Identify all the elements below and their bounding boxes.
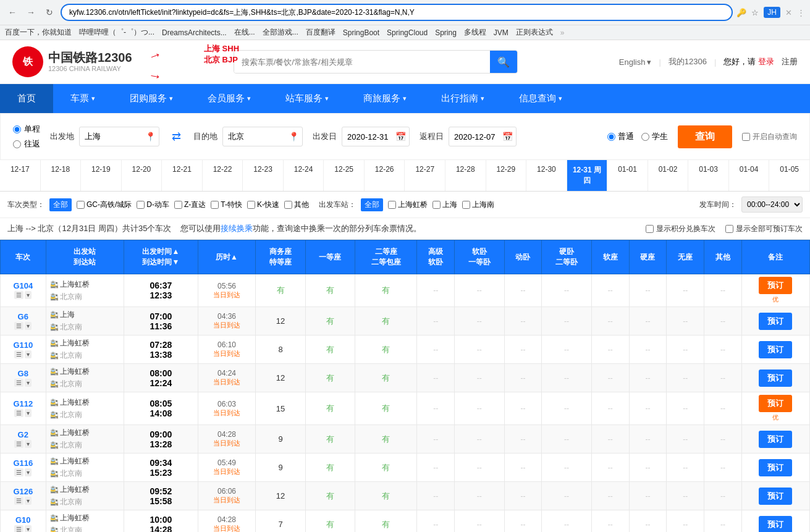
- date-tab[interactable]: 12-22: [203, 160, 243, 191]
- normal-ticket-radio[interactable]: 普通: [607, 131, 634, 142]
- nav-back-button[interactable]: ←: [5, 5, 20, 20]
- train-toggle-icon[interactable]: ▾: [25, 409, 32, 417]
- bookmark-item[interactable]: 多线程: [464, 27, 486, 38]
- date-tab[interactable]: 12-29: [486, 160, 527, 191]
- train-detail-icon[interactable]: ☰: [14, 350, 23, 358]
- login-link[interactable]: 登录: [758, 57, 774, 66]
- date-tab[interactable]: 12-30: [526, 160, 567, 191]
- t-type-filter[interactable]: T-特快: [211, 200, 242, 210]
- train-number[interactable]: G10: [15, 515, 31, 525]
- bookmark-item[interactable]: 哔哩哔哩（゜-゜）つ...: [79, 27, 154, 38]
- train-number[interactable]: G110: [13, 340, 33, 350]
- search-button[interactable]: 🔍: [490, 51, 517, 73]
- one-way-radio[interactable]: 单程: [13, 124, 40, 135]
- book-button[interactable]: 预订: [759, 395, 792, 412]
- bookmark-more-icon[interactable]: »: [560, 28, 565, 37]
- date-tab[interactable]: 01-02: [648, 160, 689, 191]
- date-tab[interactable]: 12-26: [365, 160, 405, 191]
- train-toggle-icon[interactable]: ▾: [25, 379, 32, 387]
- train-number[interactable]: G6: [18, 312, 28, 321]
- train-toggle-icon[interactable]: ▾: [25, 497, 32, 505]
- book-button[interactable]: 预订: [759, 431, 792, 448]
- train-toggle-icon[interactable]: ▾: [25, 322, 32, 330]
- bookmark-item[interactable]: 在线...: [234, 27, 255, 38]
- nav-station[interactable]: 站车服务 ▾: [268, 84, 346, 113]
- bookmark-item[interactable]: SpringCloud: [387, 28, 428, 37]
- date-tab[interactable]: 12-17: [0, 160, 41, 191]
- bookmark-item[interactable]: JVM: [494, 28, 508, 37]
- train-toggle-icon[interactable]: ▾: [25, 291, 32, 299]
- relay-link[interactable]: 接续换乘: [221, 224, 253, 233]
- date-tab[interactable]: 01-04: [729, 160, 770, 191]
- my-account-link[interactable]: 我的12306: [669, 56, 707, 67]
- other-type-filter[interactable]: 其他: [284, 200, 309, 210]
- nav-member[interactable]: 会员服务 ▾: [190, 84, 268, 113]
- date-tab[interactable]: 12-31 周四: [567, 160, 608, 191]
- date-tab[interactable]: 12-21: [162, 160, 203, 191]
- train-toggle-icon[interactable]: ▾: [25, 525, 32, 533]
- gc-type-filter[interactable]: GC-高铁/城际: [77, 200, 132, 210]
- bookmark-item[interactable]: 全部游戏...: [263, 27, 298, 38]
- book-button[interactable]: 预订: [759, 313, 792, 330]
- nav-forward-button[interactable]: →: [23, 5, 38, 20]
- date-tab[interactable]: 01-03: [688, 160, 729, 191]
- show-all-checkbox[interactable]: [725, 225, 733, 233]
- nav-guide[interactable]: 出行指南 ▾: [424, 84, 502, 113]
- all-type-button[interactable]: 全部: [49, 198, 72, 211]
- train-detail-icon[interactable]: ☰: [14, 322, 23, 330]
- train-detail-icon[interactable]: ☰: [14, 291, 23, 299]
- all-station-button[interactable]: 全部: [361, 198, 383, 211]
- train-detail-icon[interactable]: ☰: [14, 409, 23, 417]
- time-select[interactable]: 00:00--24:00: [741, 196, 803, 213]
- shanghainen-filter[interactable]: 上海南: [462, 200, 494, 210]
- date-tab[interactable]: 01-01: [607, 160, 648, 191]
- show-all-option[interactable]: 显示全部可预订车次: [725, 224, 803, 234]
- book-button[interactable]: 预订: [759, 277, 792, 294]
- train-number[interactable]: G104: [13, 281, 33, 290]
- nav-refresh-button[interactable]: ↻: [42, 5, 57, 20]
- train-number[interactable]: G126: [13, 487, 33, 496]
- train-number[interactable]: G8: [18, 369, 28, 378]
- shanghai-filter[interactable]: 上海: [432, 200, 457, 210]
- train-detail-icon[interactable]: ☰: [14, 497, 23, 505]
- date-tab[interactable]: 12-24: [284, 160, 324, 191]
- bookmark-item[interactable]: DreamsArchitects...: [162, 28, 227, 37]
- date-tab[interactable]: 12-27: [405, 160, 445, 191]
- bookmark-item[interactable]: 正则表达式: [516, 27, 553, 38]
- train-detail-icon[interactable]: ☰: [14, 525, 23, 533]
- search-input[interactable]: [234, 51, 490, 73]
- z-type-filter[interactable]: Z-直达: [174, 200, 206, 210]
- bookmark-item[interactable]: 百度一下，你就知道: [5, 27, 72, 38]
- nav-info[interactable]: 信息查询 ▾: [502, 84, 580, 113]
- nav-home[interactable]: 首页: [0, 84, 53, 113]
- language-button[interactable]: English ▾: [619, 57, 652, 67]
- bookmark-item[interactable]: 百度翻译: [306, 27, 335, 38]
- date-tab[interactable]: 12-25: [324, 160, 365, 191]
- train-number[interactable]: G112: [13, 399, 33, 408]
- book-button[interactable]: 预订: [759, 488, 792, 505]
- date-tab[interactable]: 01-05: [769, 160, 810, 191]
- hongqiao-filter[interactable]: 上海虹桥: [388, 200, 428, 210]
- book-button[interactable]: 预订: [759, 369, 792, 387]
- book-button[interactable]: 预订: [759, 341, 792, 358]
- auto-query-checkbox[interactable]: [742, 133, 750, 141]
- student-ticket-radio[interactable]: 学生: [641, 131, 668, 142]
- nav-group[interactable]: 团购服务 ▾: [112, 84, 190, 113]
- date-tab[interactable]: 12-18: [41, 160, 82, 191]
- show-points-option[interactable]: 显示积分兑换车次: [646, 224, 715, 234]
- query-button[interactable]: 查询: [678, 125, 732, 148]
- train-number[interactable]: G116: [13, 458, 33, 468]
- date-tab[interactable]: 12-20: [122, 160, 162, 191]
- register-link[interactable]: 注册: [782, 56, 798, 67]
- logo-area[interactable]: 铁 中国铁路12306 12306 CHINA RAILWAY: [12, 46, 132, 77]
- train-number[interactable]: G2: [18, 430, 28, 439]
- bookmark-item[interactable]: Spring: [435, 28, 457, 37]
- train-toggle-icon[interactable]: ▾: [25, 468, 32, 476]
- k-type-filter[interactable]: K-快速: [247, 200, 279, 210]
- date-tab[interactable]: 12-19: [81, 160, 122, 191]
- date-tab[interactable]: 12-23: [243, 160, 284, 191]
- d-type-filter[interactable]: D-动车: [137, 200, 169, 210]
- train-detail-icon[interactable]: ☰: [14, 440, 23, 448]
- date-tab[interactable]: 12-28: [445, 160, 486, 191]
- book-button[interactable]: 预订: [759, 516, 792, 533]
